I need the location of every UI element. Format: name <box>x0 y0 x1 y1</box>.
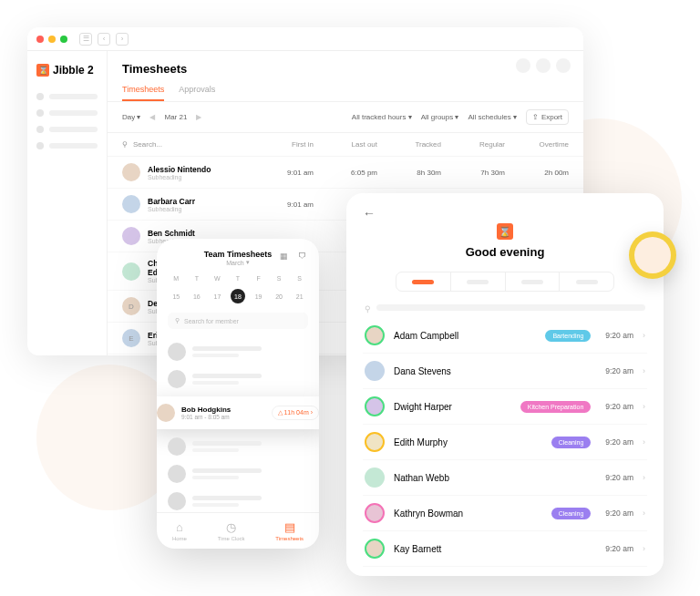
sidebar-item[interactable] <box>36 109 98 117</box>
chevron-right-icon: › <box>643 544 645 553</box>
window-titlebar: ☰ ‹ › <box>27 27 583 51</box>
list-item[interactable] <box>168 460 308 488</box>
shield-icon[interactable]: ⛉ <box>295 250 308 262</box>
list-item[interactable] <box>168 338 308 365</box>
activity-badge: Cleaning <box>551 437 592 448</box>
list-item[interactable] <box>168 365 308 393</box>
date-prev-icon[interactable]: ◀ <box>149 113 155 121</box>
logo-icon: ⌛ <box>36 64 49 77</box>
segment[interactable] <box>560 272 613 291</box>
sidebar-item[interactable] <box>36 93 98 100</box>
minimize-icon[interactable] <box>48 36 56 43</box>
avatar <box>365 503 385 523</box>
avatar: D <box>122 297 140 315</box>
search-input[interactable]: Search... <box>133 140 162 149</box>
member-row[interactable]: Edith MurphyCleaning9:20 am› <box>363 425 647 460</box>
segment[interactable] <box>396 272 451 291</box>
date-cell[interactable]: 17 <box>210 289 224 303</box>
header-action-icon[interactable] <box>536 58 551 73</box>
mobile-window: Team Timesheets March ▾ ▦ ⛉ MTWTFSS 1516… <box>157 239 319 549</box>
date-cell[interactable]: 20 <box>272 289 286 303</box>
date-cell[interactable]: 21 <box>293 289 307 303</box>
date-cell[interactable]: 16 <box>190 289 204 303</box>
avatar <box>365 539 385 559</box>
nav-back-icon[interactable]: ‹ <box>98 33 110 46</box>
calendar-icon[interactable]: ▦ <box>277 250 290 262</box>
day-label: S <box>272 275 286 282</box>
list-item[interactable] <box>168 433 308 460</box>
search-icon: ⚲ <box>122 140 128 149</box>
chevron-right-icon: › <box>643 366 645 375</box>
maximize-icon[interactable] <box>60 36 67 43</box>
segment[interactable] <box>506 272 561 291</box>
chevron-right-icon: › <box>643 331 645 340</box>
date-cell[interactable]: 18 <box>231 289 245 303</box>
avatar <box>168 370 186 388</box>
date-cell[interactable]: 19 <box>252 289 266 303</box>
member-row[interactable]: Adam CampbellBartending9:20 am› <box>363 318 647 354</box>
filter-schedules[interactable]: All schedules ▾ <box>468 113 517 121</box>
day-label: T <box>231 275 245 282</box>
floating-avatar[interactable] <box>629 231 676 279</box>
table-header: ⚲Search... First in Last out Tracked Reg… <box>108 133 583 157</box>
list-item-highlighted[interactable]: Bob Hodgkins9:01 am - 8:05 am△ 11h 04m › <box>157 396 319 429</box>
logo-icon: ⌛ <box>497 223 513 240</box>
avatar <box>365 325 385 345</box>
avatar <box>122 227 140 245</box>
segment-control[interactable] <box>396 272 614 292</box>
sidebar-item[interactable] <box>36 142 98 149</box>
mobile-search-input[interactable]: ⚲ Search for member <box>168 313 308 329</box>
table-row[interactable]: Alessio NintendoSubheading9:01 am6:05 pm… <box>108 157 583 189</box>
sidebar-toggle-icon[interactable]: ☰ <box>79 33 92 46</box>
activity-badge: Bartending <box>545 330 591 342</box>
tab-timesheets[interactable]: Timesheets <box>122 85 164 101</box>
segment[interactable] <box>451 272 506 291</box>
member-row[interactable]: Dwight HarperKitchen Preparation9:20 am› <box>363 389 647 425</box>
duration-badge: △ 11h 04m › <box>272 406 319 420</box>
list-item[interactable] <box>168 488 308 512</box>
avatar <box>122 262 140 281</box>
nav-forward-icon[interactable]: › <box>116 33 129 46</box>
avatar: E <box>122 329 140 347</box>
member-row[interactable]: Kathryn BowmanCleaning9:20 am› <box>363 496 647 531</box>
member-row[interactable]: Nathan Webb9:20 am› <box>363 460 647 496</box>
filter-groups[interactable]: All groups ▾ <box>421 113 459 121</box>
header-action-icon[interactable] <box>516 58 530 73</box>
view-selector[interactable]: Day ▾ <box>122 113 140 121</box>
clock-icon: ◷ <box>226 520 236 534</box>
search-icon: ⚲ <box>365 304 371 313</box>
toolbar: Day ▾ ◀ Mar 21 ▶ All tracked hours ▾ All… <box>108 101 583 133</box>
nav-home[interactable]: ⌂Home <box>172 520 187 541</box>
avatar <box>365 396 385 416</box>
close-icon[interactable] <box>36 36 44 43</box>
date-label[interactable]: Mar 21 <box>164 113 187 121</box>
member-row[interactable]: Kay Barnett9:20 am› <box>363 531 647 567</box>
member-row[interactable]: Dana Stevens9:20 am› <box>363 354 647 389</box>
nav-sheet[interactable]: ▤Timesheets <box>275 520 304 541</box>
activity-badge: Cleaning <box>551 508 592 519</box>
avatar <box>365 468 385 488</box>
chevron-right-icon: › <box>643 402 645 411</box>
day-label: S <box>293 275 307 282</box>
day-label: W <box>210 275 224 282</box>
brand-logo: ⌛ Jibble 2 <box>36 64 98 77</box>
date-next-icon[interactable]: ▶ <box>196 113 201 121</box>
tab-approvals[interactable]: Approvals <box>179 85 215 101</box>
avatar <box>122 195 140 213</box>
page-title: Timesheets <box>122 62 569 76</box>
avatar <box>365 361 385 381</box>
sidebar-item[interactable] <box>36 126 98 133</box>
tablet-search-input[interactable] <box>376 304 645 311</box>
avatar <box>122 163 140 181</box>
date-cell[interactable]: 15 <box>169 289 183 303</box>
export-button[interactable]: ⇪ Export <box>526 109 569 125</box>
nav-clock[interactable]: ◷Time Clock <box>218 520 245 541</box>
sidebar: ⌛ Jibble 2 <box>27 51 108 355</box>
header-action-icon[interactable] <box>556 58 571 73</box>
tablet-window: ← ⌛ Good evening ⚲ Adam CampbellBartendi… <box>346 193 664 576</box>
back-button[interactable]: ← <box>363 206 647 221</box>
day-label: M <box>169 275 183 282</box>
avatar <box>365 432 385 452</box>
filter-hours[interactable]: All tracked hours ▾ <box>352 113 412 121</box>
avatar <box>168 437 186 456</box>
